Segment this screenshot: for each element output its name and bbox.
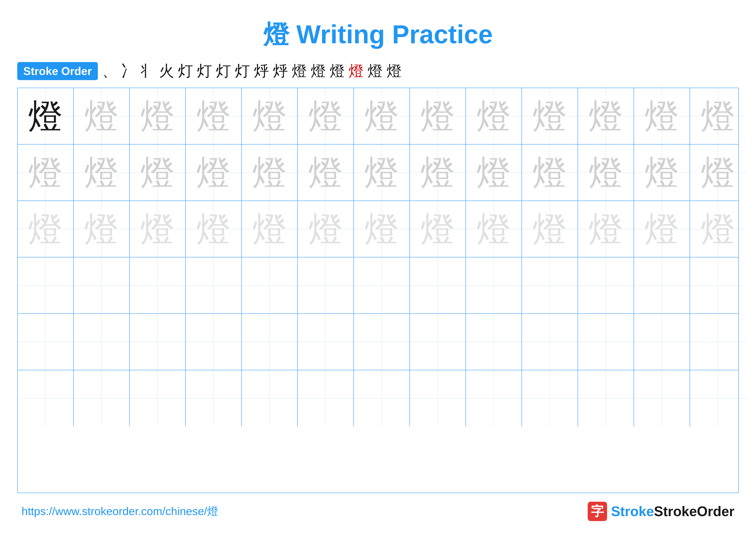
cell-2-13: 燈 <box>690 144 746 201</box>
cell-5-2[interactable] <box>74 314 130 370</box>
cell-1-8: 燈 <box>410 88 466 144</box>
cell-5-7[interactable] <box>354 314 410 370</box>
cell-6-5[interactable] <box>242 370 298 426</box>
stroke-2: 冫 <box>121 61 136 81</box>
cell-1-2: 燈 <box>74 88 130 144</box>
footer-url[interactable]: https://www.strokeorder.com/chinese/燈 <box>21 504 218 519</box>
cell-1-1: 燈 <box>18 88 74 144</box>
cell-5-6[interactable] <box>298 314 354 370</box>
cell-3-4: 燈 <box>186 201 242 257</box>
footer: https://www.strokeorder.com/chinese/燈 字 … <box>17 502 739 521</box>
cell-1-4: 燈 <box>186 88 242 144</box>
grid-row-3: 燈 燈 燈 燈 燈 燈 燈 燈 燈 燈 燈 燈 燈 <box>18 201 738 257</box>
cell-1-7: 燈 <box>354 88 410 144</box>
cell-2-3: 燈 <box>130 144 186 201</box>
cell-6-13[interactable] <box>690 370 746 426</box>
cell-3-6: 燈 <box>298 201 354 257</box>
cell-4-3[interactable] <box>130 257 186 314</box>
cell-3-3: 燈 <box>130 201 186 257</box>
cell-4-1[interactable] <box>18 257 74 314</box>
practice-grid: 燈 燈 燈 燈 燈 燈 燈 燈 燈 燈 燈 燈 燈 燈 燈 燈 燈 燈 燈 燈 … <box>17 88 739 493</box>
cell-5-4[interactable] <box>186 314 242 370</box>
cell-4-11[interactable] <box>578 257 634 314</box>
cell-2-5: 燈 <box>242 144 298 201</box>
cell-6-4[interactable] <box>186 370 242 426</box>
cell-4-6[interactable] <box>298 257 354 314</box>
cell-5-10[interactable] <box>522 314 578 370</box>
page-title: 燈 Writing Practice <box>263 17 493 52</box>
cell-3-11: 燈 <box>578 201 634 257</box>
stroke-sequence: 、 冫 丬 火 灯 灯 灯 灯 烀 烀 燈 燈 燈 燈 燈 燈 <box>102 61 402 81</box>
cell-4-2[interactable] <box>74 257 130 314</box>
cell-1-11: 燈 <box>578 88 634 144</box>
cell-3-10: 燈 <box>522 201 578 257</box>
stroke-12: 燈 <box>311 61 326 81</box>
grid-row-4 <box>18 257 738 314</box>
cell-5-1[interactable] <box>18 314 74 370</box>
cell-5-11[interactable] <box>578 314 634 370</box>
cell-6-2[interactable] <box>74 370 130 426</box>
cell-3-12: 燈 <box>634 201 690 257</box>
footer-brand: 字 StrokeStrokeOrder <box>588 502 735 521</box>
stroke-order-badge: Stroke Order <box>17 62 98 80</box>
stroke-16: 燈 <box>387 61 402 81</box>
cell-4-10[interactable] <box>522 257 578 314</box>
cell-2-1: 燈 <box>18 144 74 201</box>
cell-1-13: 燈 <box>690 88 746 144</box>
cell-6-10[interactable] <box>522 370 578 426</box>
cell-6-3[interactable] <box>130 370 186 426</box>
cell-3-13: 燈 <box>690 201 746 257</box>
cell-6-8[interactable] <box>410 370 466 426</box>
cell-5-9[interactable] <box>466 314 522 370</box>
cell-2-9: 燈 <box>466 144 522 201</box>
stroke-3: 丬 <box>140 61 155 81</box>
cell-2-2: 燈 <box>74 144 130 201</box>
cell-6-11[interactable] <box>578 370 634 426</box>
cell-1-3: 燈 <box>130 88 186 144</box>
cell-3-5: 燈 <box>242 201 298 257</box>
cell-5-5[interactable] <box>242 314 298 370</box>
stroke-14: 燈 <box>349 61 364 81</box>
cell-3-7: 燈 <box>354 201 410 257</box>
cell-1-10: 燈 <box>522 88 578 144</box>
cell-2-11: 燈 <box>578 144 634 201</box>
cell-2-6: 燈 <box>298 144 354 201</box>
cell-3-1: 燈 <box>18 201 74 257</box>
cell-2-7: 燈 <box>354 144 410 201</box>
cell-2-12: 燈 <box>634 144 690 201</box>
cell-4-5[interactable] <box>242 257 298 314</box>
stroke-9: 烀 <box>254 61 269 81</box>
cell-6-1[interactable] <box>18 370 74 426</box>
brand-icon: 字 <box>588 502 607 521</box>
stroke-4: 火 <box>159 61 174 81</box>
cell-5-3[interactable] <box>130 314 186 370</box>
cell-3-9: 燈 <box>466 201 522 257</box>
grid-row-5 <box>18 314 738 370</box>
cell-4-9[interactable] <box>466 257 522 314</box>
cell-4-13[interactable] <box>690 257 746 314</box>
stroke-13: 燈 <box>330 61 345 81</box>
cell-1-5: 燈 <box>242 88 298 144</box>
cell-1-9: 燈 <box>466 88 522 144</box>
cell-4-4[interactable] <box>186 257 242 314</box>
cell-3-8: 燈 <box>410 201 466 257</box>
cell-6-12[interactable] <box>634 370 690 426</box>
stroke-7: 灯 <box>216 61 231 81</box>
cell-5-8[interactable] <box>410 314 466 370</box>
stroke-order-row: Stroke Order 、 冫 丬 火 灯 灯 灯 灯 烀 烀 燈 燈 燈 燈… <box>17 61 739 81</box>
cell-4-8[interactable] <box>410 257 466 314</box>
cell-3-2: 燈 <box>74 201 130 257</box>
cell-6-6[interactable] <box>298 370 354 426</box>
grid-row-6 <box>18 370 738 426</box>
stroke-15: 燈 <box>368 61 383 81</box>
stroke-11: 燈 <box>292 61 307 81</box>
stroke-6: 灯 <box>197 61 212 81</box>
cell-5-13[interactable] <box>690 314 746 370</box>
cell-4-7[interactable] <box>354 257 410 314</box>
cell-4-12[interactable] <box>634 257 690 314</box>
cell-6-7[interactable] <box>354 370 410 426</box>
cell-5-12[interactable] <box>634 314 690 370</box>
grid-row-1: 燈 燈 燈 燈 燈 燈 燈 燈 燈 燈 燈 燈 燈 <box>18 88 738 144</box>
cell-6-9[interactable] <box>466 370 522 426</box>
stroke-1: 、 <box>102 61 117 81</box>
